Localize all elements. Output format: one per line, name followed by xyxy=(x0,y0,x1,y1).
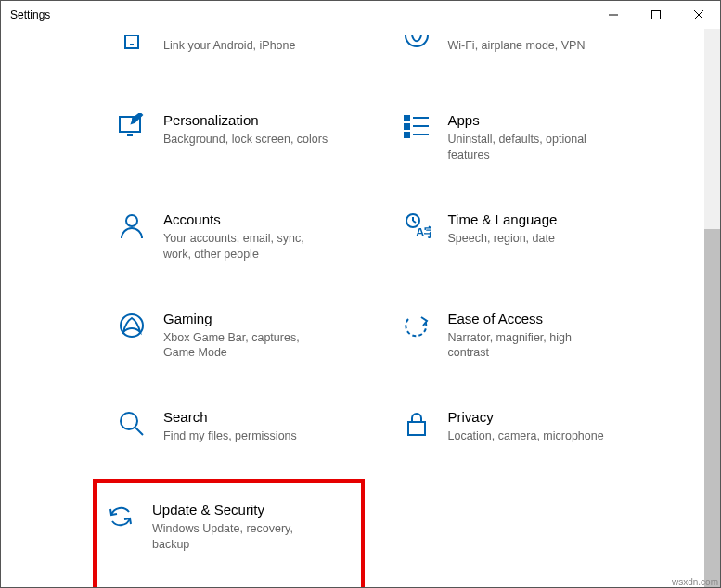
svg-rect-11 xyxy=(405,133,409,137)
privacy-icon xyxy=(402,409,431,439)
ease-of-access-icon xyxy=(402,311,431,340)
phone-icon xyxy=(117,34,147,64)
scrollbar[interactable] xyxy=(704,29,720,587)
svg-rect-9 xyxy=(405,116,409,121)
tile-privacy[interactable]: Privacy Location, camera, microphone xyxy=(393,402,650,452)
search-icon xyxy=(117,409,147,439)
tile-desc: Find my files, permissions xyxy=(163,428,330,444)
minimize-button[interactable] xyxy=(592,1,635,29)
update-security-icon xyxy=(106,502,135,531)
tile-desc: Link your Android, iPhone xyxy=(163,38,330,54)
titlebar: Settings xyxy=(1,1,720,29)
tile-desc: Location, camera, microphone xyxy=(448,428,615,444)
tile-ease-of-access[interactable]: Ease of Access Narrator, magnifier, high… xyxy=(393,303,650,369)
gaming-icon xyxy=(117,311,147,340)
tile-phone[interactable]: Link your Android, iPhone xyxy=(108,29,365,71)
tile-title: Accounts xyxy=(163,211,355,227)
globe-icon xyxy=(402,34,431,64)
tile-desc: Uninstall, defaults, optional features xyxy=(448,132,615,163)
tile-network[interactable]: Wi-Fi, airplane mode, VPN xyxy=(393,29,650,71)
settings-content: Link your Android, iPhone Wi-Fi, airplan… xyxy=(1,29,704,587)
tile-desc: Narrator, magnifier, high contrast xyxy=(448,330,615,362)
personalization-icon xyxy=(117,112,147,142)
tile-title: Apps xyxy=(448,112,640,128)
maximize-button[interactable] xyxy=(635,1,677,29)
tile-title: Privacy xyxy=(448,409,640,425)
tile-desc: Background, lock screen, colors xyxy=(163,132,330,147)
tile-gaming[interactable]: Gaming Xbox Game Bar, captures, Game Mod… xyxy=(108,303,365,369)
svg-rect-23 xyxy=(408,422,425,435)
tile-desc: Your accounts, email, sync, work, other … xyxy=(163,231,330,262)
svg-rect-1 xyxy=(652,11,661,19)
tile-apps[interactable]: Apps Uninstall, defaults, optional featu… xyxy=(393,105,650,171)
tile-desc: Speech, region, date xyxy=(448,231,615,247)
tile-search[interactable]: Search Find my files, permissions xyxy=(108,402,365,452)
accounts-icon xyxy=(117,211,147,241)
tile-time-language[interactable]: A字 Time & Language Speech, region, date xyxy=(393,204,650,270)
tile-desc: Windows Update, recovery, backup xyxy=(152,521,319,553)
tile-desc: Xbox Game Bar, captures, Game Mode xyxy=(163,330,330,362)
apps-icon xyxy=(402,112,431,142)
tile-title: Ease of Access xyxy=(448,311,640,326)
tile-personalization[interactable]: Personalization Background, lock screen,… xyxy=(108,105,365,171)
scrollbar-thumb[interactable] xyxy=(704,229,720,587)
svg-line-22 xyxy=(135,428,143,435)
close-button[interactable] xyxy=(677,1,720,29)
tile-title: Update & Security xyxy=(152,502,352,518)
tile-update-security[interactable]: Update & Security Windows Update, recove… xyxy=(93,479,365,587)
svg-rect-10 xyxy=(405,124,409,129)
tile-title: Time & Language xyxy=(448,211,640,227)
tile-accounts[interactable]: Accounts Your accounts, email, sync, wor… xyxy=(108,204,365,270)
watermark: wsxdn.com xyxy=(672,577,718,587)
tile-title: Gaming xyxy=(163,311,355,326)
tile-title: Search xyxy=(163,409,355,425)
svg-text:A字: A字 xyxy=(416,225,431,239)
svg-point-21 xyxy=(121,413,137,429)
tile-desc: Wi-Fi, airplane mode, VPN xyxy=(448,38,615,54)
time-language-icon: A字 xyxy=(402,211,431,241)
svg-point-15 xyxy=(126,215,137,226)
svg-rect-4 xyxy=(125,35,138,48)
svg-line-18 xyxy=(413,221,416,223)
window-title: Settings xyxy=(10,8,50,21)
tile-title: Personalization xyxy=(163,112,355,128)
